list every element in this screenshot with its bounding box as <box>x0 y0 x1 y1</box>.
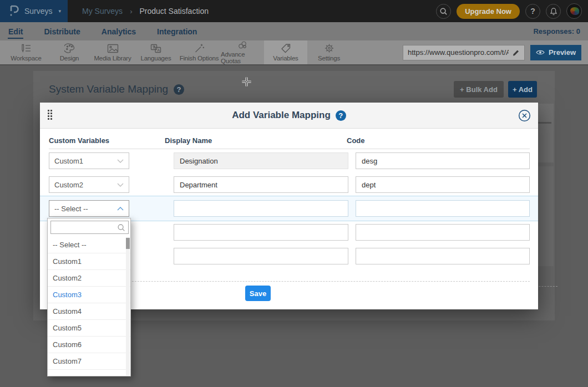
survey-url-box <box>403 45 525 60</box>
dropdown-option-custom1[interactable]: Custom1 <box>48 253 130 270</box>
dropdown-scrollbar-thumb[interactable] <box>126 238 130 249</box>
toolbar-item-label: Finish Options <box>180 55 219 62</box>
upgrade-now-button[interactable]: Upgrade Now <box>457 4 520 19</box>
image-icon <box>107 44 119 53</box>
tag-icon <box>280 43 291 53</box>
modal-help-icon[interactable]: ? <box>336 110 346 121</box>
edit-url-pencil-icon[interactable] <box>512 49 520 57</box>
toolbar-item-label: Settings <box>318 55 340 62</box>
top-bar: Surveys ▾ My Surveys › Product Satisfact… <box>0 0 588 22</box>
toolbar-item-finish-options[interactable]: Finish Options <box>178 40 221 64</box>
drag-handle-icon[interactable] <box>48 110 52 120</box>
toolbar-item-languages[interactable]: A Languages <box>134 40 178 64</box>
palette-icon <box>64 43 75 53</box>
search-icon <box>439 7 448 16</box>
dimmed-row-remnant <box>538 166 554 266</box>
tab-edit[interactable]: Edit <box>8 24 23 39</box>
dropdown-option-select[interactable]: -- Select -- <box>48 237 130 253</box>
toolbar-item-label: Languages <box>140 55 171 62</box>
chain-links-icon <box>237 40 248 49</box>
toolbar-item-settings[interactable]: Settings <box>307 40 351 64</box>
code-input-row-3[interactable] <box>356 200 530 217</box>
display-name-input-row-5[interactable] <box>174 248 348 264</box>
code-input-row-1[interactable] <box>356 152 530 169</box>
dropdown-option-custom5[interactable]: Custom5 <box>48 320 130 337</box>
dropdown-search-box <box>50 221 129 234</box>
variable-select-row-1[interactable]: Custom1 <box>49 152 129 169</box>
display-name-input-row-3[interactable] <box>174 200 348 217</box>
preview-button[interactable]: Preview <box>530 45 581 60</box>
dropdown-option-custom4[interactable]: Custom4 <box>48 303 130 320</box>
search-button[interactable] <box>436 4 451 19</box>
avatar-image <box>570 7 579 15</box>
display-name-input-row-2[interactable] <box>174 176 348 193</box>
code-input-row-2[interactable] <box>356 176 530 193</box>
modal-close-button[interactable] <box>518 109 531 122</box>
responses-count: Responses: 0 <box>533 27 580 35</box>
selected-value: Custom1 <box>54 157 83 165</box>
breadcrumb-parent-link[interactable]: My Surveys <box>82 7 123 16</box>
modal-header: Add Variable Mapping ? <box>40 103 538 129</box>
dropdown-option-list: -- Select -- Custom1 Custom2 Custom3 Cus… <box>48 237 130 376</box>
variable-select-row-2[interactable]: Custom2 <box>49 176 129 193</box>
tab-analytics[interactable]: Analytics <box>101 24 136 39</box>
column-header-display-name: Display Name <box>165 136 212 145</box>
search-icon <box>117 223 125 232</box>
dropdown-option-custom2[interactable]: Custom2 <box>48 270 130 287</box>
questionpro-logo-icon <box>8 4 19 18</box>
selected-value: Custom2 <box>54 181 83 189</box>
question-mark-icon: ? <box>530 7 535 16</box>
code-input-row-4[interactable] <box>356 224 530 241</box>
save-button[interactable]: Save <box>245 286 271 301</box>
breadcrumb-current: Product Satisfaction <box>139 7 209 16</box>
workspace-icon <box>20 44 32 53</box>
bulk-add-button[interactable]: + Bulk Add <box>454 81 504 98</box>
display-name-input-row-1[interactable] <box>174 152 348 169</box>
survey-url-input[interactable] <box>408 48 509 57</box>
toolbar-item-label: Advance Quotas <box>221 51 264 64</box>
breadcrumb: My Surveys › Product Satisfaction <box>82 7 209 16</box>
preview-label: Preview <box>549 48 576 57</box>
dimmed-row-remnant <box>538 104 554 162</box>
notifications-button[interactable] <box>546 4 561 19</box>
toolbar-item-label: Variables <box>273 55 298 62</box>
app-window: Surveys ▾ My Surveys › Product Satisfact… <box>0 0 588 387</box>
workspace-switcher[interactable]: Surveys ▾ <box>0 0 68 22</box>
toolbar-item-variables[interactable]: Variables <box>264 40 307 64</box>
page-title-text: System Variable Mapping <box>49 83 168 95</box>
column-header-code: Code <box>347 136 365 145</box>
display-name-input-row-4[interactable] <box>174 224 348 241</box>
toolbar-item-advance-quotas[interactable]: Advance Quotas <box>221 40 264 64</box>
dropdown-option-custom6[interactable]: Custom6 <box>48 337 130 353</box>
magic-wand-icon <box>194 43 205 53</box>
code-input-row-5[interactable] <box>356 248 530 264</box>
survey-nav: Edit Distribute Analytics Integration Re… <box>0 22 588 40</box>
tab-integration[interactable]: Integration <box>156 24 197 39</box>
gear-icon <box>324 43 334 53</box>
page-title: System Variable Mapping ? <box>49 83 184 95</box>
user-avatar[interactable] <box>566 3 582 19</box>
toolbar-item-label: Design <box>60 55 79 62</box>
toolbar-item-media-library[interactable]: Media Library <box>91 40 134 64</box>
toolbar-item-label: Media Library <box>94 55 131 62</box>
variable-select-row-3[interactable]: -- Select -- <box>49 200 129 217</box>
help-button[interactable]: ? <box>525 4 540 19</box>
add-button[interactable]: + Add <box>508 81 537 98</box>
dropdown-option-custom3[interactable]: Custom3 <box>48 287 130 303</box>
chevron-down-icon <box>117 183 124 187</box>
edit-toolbar: Workspace Design Media Library A <box>0 40 588 65</box>
modal-title: Add Variable Mapping <box>232 110 331 121</box>
chevron-up-icon <box>117 207 124 211</box>
toolbar-item-workspace[interactable]: Workspace <box>4 40 48 64</box>
tab-distribute[interactable]: Distribute <box>43 24 80 39</box>
close-icon <box>518 109 531 122</box>
dropdown-search-input[interactable] <box>54 223 117 231</box>
selected-value: -- Select -- <box>54 205 88 213</box>
toolbar-item-label: Workspace <box>11 55 42 62</box>
dropdown-option-custom7[interactable]: Custom7 <box>48 353 130 370</box>
dropdown-clipped-option <box>48 370 130 376</box>
breadcrumb-separator: › <box>130 7 132 16</box>
toolbar-item-design[interactable]: Design <box>48 40 91 64</box>
dropdown-scrollbar-track[interactable] <box>126 237 130 375</box>
page-help-icon[interactable]: ? <box>174 84 184 95</box>
